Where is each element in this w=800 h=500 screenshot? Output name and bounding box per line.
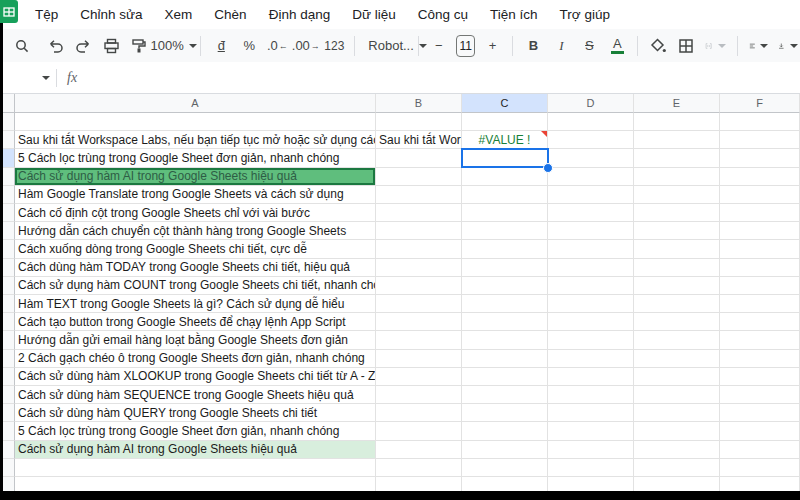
cell-D13[interactable] [548,331,634,349]
cell-D15[interactable] [548,368,634,386]
cell-F15[interactable] [720,368,800,386]
search-button[interactable] [11,34,33,58]
cell-F20[interactable] [720,459,800,477]
cell-E10[interactable] [634,277,720,295]
cell-B11[interactable] [376,295,462,313]
cell-E7[interactable] [634,222,720,240]
text-color-button[interactable]: A [606,34,628,58]
column-header-B[interactable]: B [376,94,462,113]
decrease-decimal-button[interactable]: .0← [266,34,288,58]
menu-item-2[interactable]: Chỉnh sửa [69,7,153,22]
cell-B10[interactable] [376,277,462,295]
cell-A6[interactable]: Cách cố định cột trong Google Sheets chỉ… [15,204,376,222]
cell-A8[interactable]: Cách xuống dòng trong Google Sheets chi … [15,240,376,258]
menu-item-9[interactable]: Trợ giúp [549,7,621,22]
cell-E3[interactable] [634,149,720,167]
cell-B19[interactable] [376,441,462,459]
cell-A11[interactable]: Hàm TEXT trong Google Sheets là gì? Cách… [15,295,376,313]
cell-A16[interactable]: Cách sử dùng hàm SEQUENCE trong Google S… [15,386,376,404]
borders-button[interactable] [675,34,697,58]
cell-A12[interactable]: Cách tạo button trong Google Sheets để c… [15,313,376,331]
cell-F16[interactable] [720,386,800,404]
menu-item-8[interactable]: Tiện ích [479,7,549,22]
cell-A4[interactable]: Cách sử dụng hàm AI trong Google Sheets … [15,168,376,186]
menu-item-3[interactable]: Xem [154,7,204,22]
cell-B6[interactable] [376,204,462,222]
cell-F1[interactable] [720,113,800,131]
cell-C16[interactable] [462,386,548,404]
menu-item-1[interactable]: Tệp [24,7,69,22]
fill-handle[interactable] [543,163,553,173]
cell-A10[interactable]: Cách sử dụng hàm COUNT trong Google Shee… [15,277,376,295]
cell-D14[interactable] [548,350,634,368]
cell-E5[interactable] [634,186,720,204]
cell-A3[interactable]: 5 Cách lọc trùng trong Google Sheet đơn … [15,149,376,167]
cell-B20[interactable] [376,459,462,477]
cell-E17[interactable] [634,404,720,422]
cell-B15[interactable] [376,368,462,386]
column-header-C[interactable]: C [462,94,548,113]
cell-A17[interactable]: Cách sử dùng hàm QUERY trong Google Shee… [15,404,376,422]
cell-E12[interactable] [634,313,720,331]
cell-E11[interactable] [634,295,720,313]
vertical-align-button[interactable] [776,34,800,58]
cell-E19[interactable] [634,441,720,459]
paint-format-button[interactable] [128,34,150,58]
cell-D11[interactable] [548,295,634,313]
cell-E4[interactable] [634,168,720,186]
print-button[interactable] [100,34,122,58]
cell-C18[interactable] [462,422,548,440]
cell-B12[interactable] [376,313,462,331]
cell-C6[interactable] [462,204,548,222]
cell-F11[interactable] [720,295,800,313]
menu-item-6[interactable]: Dữ liệu [341,7,407,22]
cell-E8[interactable] [634,240,720,258]
column-header-E[interactable]: E [634,94,720,113]
cell-B18[interactable] [376,422,462,440]
cell-E13[interactable] [634,331,720,349]
merge-cells-button[interactable] [703,34,727,58]
cell-B2[interactable]: Sau khi tắt Work [376,131,462,149]
cell-A20[interactable] [15,459,376,477]
fill-color-button[interactable] [647,34,669,58]
cell-C19[interactable] [462,441,548,459]
zoom-select[interactable]: 100% [156,34,191,58]
cell-D20[interactable] [548,459,634,477]
cell-F6[interactable] [720,204,800,222]
cell-D5[interactable] [548,186,634,204]
cell-C9[interactable] [462,259,548,277]
cell-B9[interactable] [376,259,462,277]
format-currency-button[interactable]: đ [210,34,232,58]
cell-C5[interactable] [462,186,548,204]
cell-C8[interactable] [462,240,548,258]
cell-E15[interactable] [634,368,720,386]
cell-D17[interactable] [548,404,634,422]
column-header-A[interactable]: A [15,94,376,113]
cell-C2[interactable]: #VALUE ! [462,131,548,149]
column-header-F[interactable]: F [720,94,800,113]
italic-button[interactable]: I [550,34,572,58]
cell-F12[interactable] [720,313,800,331]
cell-E2[interactable] [634,131,720,149]
cell-E9[interactable] [634,259,720,277]
cell-B7[interactable] [376,222,462,240]
format-percent-button[interactable]: % [238,34,260,58]
cell-E14[interactable] [634,350,720,368]
cell-B8[interactable] [376,240,462,258]
cell-D16[interactable] [548,386,634,404]
cell-B5[interactable] [376,186,462,204]
cell-A14[interactable]: 2 Cách gạch chéo ô trong Google Sheets đ… [15,350,376,368]
cell-E18[interactable] [634,422,720,440]
cell-B4[interactable] [376,168,462,186]
more-formats-button[interactable]: 123 [323,34,345,58]
cell-A7[interactable]: Hướng dẫn cách chuyển cột thành hàng tro… [15,222,376,240]
undo-button[interactable] [44,34,66,58]
cell-D2[interactable] [548,131,634,149]
cell-B13[interactable] [376,331,462,349]
cell-A15[interactable]: Cách sử dùng hàm XLOOKUP trong Google Sh… [15,368,376,386]
cell-B1[interactable] [376,113,462,131]
cell-D19[interactable] [548,441,634,459]
cell-D1[interactable] [548,113,634,131]
cell-B17[interactable] [376,404,462,422]
strikethrough-button[interactable]: S [578,34,600,58]
